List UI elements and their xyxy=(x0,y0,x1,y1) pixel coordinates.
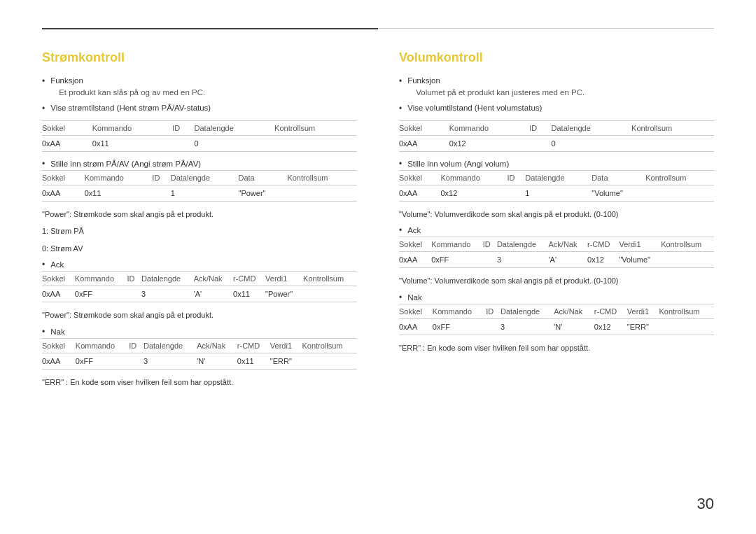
left-note1: "Power": Strømkode som skal angis på et … xyxy=(42,209,357,220)
right-table4: Sokkel Kommando ID Datalengde Ack/Nak r-… xyxy=(399,304,714,335)
left-intro-list: Funksjon Et produkt kan slås på og av me… xyxy=(42,75,357,115)
page: Strømkontroll Funksjon Et produkt kan sl… xyxy=(0,0,756,534)
left-section-title: Strømkontroll xyxy=(42,50,357,65)
table-row: 0xAA 0x11 1 "Power" xyxy=(42,185,357,201)
right-section-title: Volumkontroll xyxy=(399,50,714,65)
left-bullet-1: Funksjon Et produkt kan slås på og av me… xyxy=(42,75,357,99)
left-table3-section: Sokkel Kommando ID Datalengde Ack/Nak r-… xyxy=(42,271,357,302)
right-table1: Sokkel Kommando ID Datalengde Kontrollsu… xyxy=(399,120,714,152)
right-table3: Sokkel Kommando ID Datalengde Ack/Nak r-… xyxy=(399,237,714,268)
left-bullet3: Stille inn strøm PÅ/AV (Angi strøm PÅ/AV… xyxy=(42,159,357,169)
right-table2-section: Sokkel Kommando ID Datalengde Data Kontr… xyxy=(399,170,714,202)
table-row: 0xAA 0xFF 3 'A' 0x11 "Power" xyxy=(42,286,357,302)
left-column: Strømkontroll Funksjon Et produkt kan sl… xyxy=(42,50,357,492)
columns: Strømkontroll Funksjon Et produkt kan sl… xyxy=(42,50,714,492)
col-id: ID xyxy=(172,120,194,135)
left-table1: Sokkel Kommando ID Datalengde Kontrollsu… xyxy=(42,120,357,152)
right-bullet3: Stille inn volum (Angi volum) xyxy=(399,159,714,169)
right-bullet-1: Funksjon Volumet på et produkt kan juste… xyxy=(399,75,714,99)
col-sokkel: Sokkel xyxy=(42,120,92,135)
top-line-right xyxy=(378,28,714,29)
col-datalengde: Datalengde xyxy=(195,120,275,135)
left-table2-section: Sokkel Kommando ID Datalengde Data Kontr… xyxy=(42,170,357,202)
table-row: 0xAA 0x12 1 "Volume" xyxy=(399,185,714,201)
left-note3: 0: Strøm AV xyxy=(42,243,357,255)
right-table4-section: Sokkel Kommando ID Datalengde Ack/Nak r-… xyxy=(399,304,714,335)
left-table2: Sokkel Kommando ID Datalengde Data Kontr… xyxy=(42,170,357,202)
right-bullet-2: Vise volumtilstand (Hent volumstatus) xyxy=(399,102,714,115)
col-kontrollsum: Kontrollsum xyxy=(274,120,357,135)
table-row: 0xAA 0xFF 3 'A' 0x12 "Volume" xyxy=(399,252,714,268)
right-intro-list: Funksjon Volumet på et produkt kan juste… xyxy=(399,75,714,115)
left-table4-section: Sokkel Kommando ID Datalengde Ack/Nak r-… xyxy=(42,338,357,370)
left-ack-heading: Ack xyxy=(42,260,357,269)
right-ack-heading: Ack xyxy=(399,225,714,235)
right-note2: "Volume": Volumverdikode som skal angis … xyxy=(399,275,714,287)
top-line-left xyxy=(42,28,378,29)
left-table1-section: Sokkel Kommando ID Datalengde Kontrollsu… xyxy=(42,120,357,152)
right-table3-section: Sokkel Kommando ID Datalengde Ack/Nak r-… xyxy=(399,237,714,268)
left-table4: Sokkel Kommando ID Datalengde Ack/Nak r-… xyxy=(42,338,357,370)
left-note5: "ERR" : En kode som viser hvilken feil s… xyxy=(42,377,357,388)
right-nak-heading: Nak xyxy=(399,293,714,302)
right-table1-section: Sokkel Kommando ID Datalengde Kontrollsu… xyxy=(399,120,714,152)
left-nak-heading: Nak xyxy=(42,327,357,337)
left-bullet-2: Vise strømtilstand (Hent strøm PÅ/AV-sta… xyxy=(42,102,357,115)
page-number: 30 xyxy=(697,495,714,513)
col-kommando: Kommando xyxy=(92,120,173,135)
top-line xyxy=(42,28,714,29)
left-note4: "Power": Strømkode som skal angis på et … xyxy=(42,309,357,321)
right-table2: Sokkel Kommando ID Datalengde Data Kontr… xyxy=(399,170,714,202)
table-row: 0xAA 0xFF 3 'N' 0x11 "ERR" xyxy=(42,353,357,369)
left-table3: Sokkel Kommando ID Datalengde Ack/Nak r-… xyxy=(42,271,357,302)
right-column: Volumkontroll Funksjon Volumet på et pro… xyxy=(399,50,714,492)
left-note2: 1: Strøm PÅ xyxy=(42,225,357,237)
right-note1: "Volume": Volumverdikode som skal angis … xyxy=(399,209,714,220)
table-row: 0xAA 0x12 0 xyxy=(399,135,714,151)
table-row: 0xAA 0xFF 3 'N' 0x12 "ERR" xyxy=(399,318,714,335)
right-note3: "ERR" : En kode som viser hvilken feil s… xyxy=(399,342,714,354)
table-row: 0xAA 0x11 0 xyxy=(42,135,357,151)
